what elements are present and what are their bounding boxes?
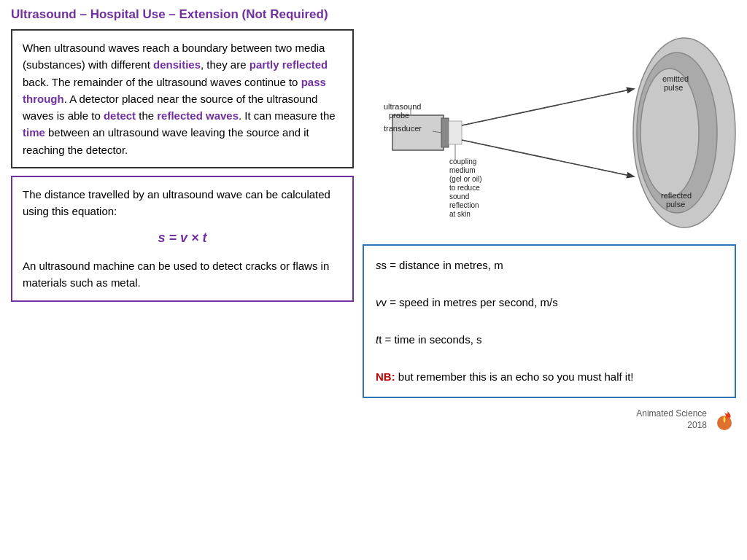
para1-end: between an ultrasound wave leaving the s… xyxy=(23,126,309,155)
para1-after: , they are xyxy=(201,58,249,71)
svg-line-8 xyxy=(462,89,633,125)
svg-rect-5 xyxy=(449,121,462,144)
svg-rect-3 xyxy=(392,115,444,150)
reflected-waves-highlight: reflected waves xyxy=(157,109,239,122)
page-title: Ultrasound – Hospital Use – Extension (N… xyxy=(11,7,736,22)
svg-text:reflected: reflected xyxy=(661,191,692,200)
formula: s = v × t xyxy=(23,228,342,249)
time-highlight: time xyxy=(23,126,45,139)
title-part2: Hospital Use xyxy=(90,7,166,21)
svg-text:coupling: coupling xyxy=(449,158,476,166)
svg-text:probe: probe xyxy=(389,111,409,120)
main-text-box: When ultrasound waves reach a boundary b… xyxy=(11,29,354,168)
nb-statement: NB: but remember this is an echo so you … xyxy=(376,368,723,386)
svg-line-9 xyxy=(462,140,633,176)
partly-reflected-highlight: partly reflected xyxy=(249,58,328,71)
nb-text: but remember this is an echo so you must… xyxy=(395,370,634,383)
title-dash2: – xyxy=(166,7,179,21)
brand-area: Animated Science 2018 xyxy=(363,408,736,432)
formula-definition-box: ss = distance in metres, m vv = speed in… xyxy=(363,244,736,398)
brand-icon xyxy=(713,408,736,432)
v-def-text: v = speed in metres per second, m/s xyxy=(382,296,558,308)
svg-text:emitted: emitted xyxy=(662,74,689,83)
right-column: ultrasound probe transducer coupling med… xyxy=(363,29,736,432)
lower-left-line1: The distance travelled by an ultrasound … xyxy=(23,188,330,217)
svg-text:pulse: pulse xyxy=(666,200,685,209)
brand-text: Animated Science 2018 xyxy=(636,408,707,431)
svg-text:(gel or oil): (gel or oil) xyxy=(449,175,481,183)
nb-label: NB: xyxy=(376,370,395,383)
t-def-text: t = time in seconds, s xyxy=(379,333,481,346)
s-def-text: s = distance in metres, m xyxy=(382,259,503,271)
detect-highlight: detect xyxy=(104,109,136,122)
svg-text:to reduce: to reduce xyxy=(449,184,480,192)
title-part1: Ultrasound xyxy=(11,7,77,21)
svg-text:reflection: reflection xyxy=(449,201,479,209)
svg-text:medium: medium xyxy=(449,166,476,174)
left-column: When ultrasound waves reach a boundary b… xyxy=(11,29,354,302)
svg-text:at skin: at skin xyxy=(449,210,471,218)
svg-text:transducer: transducer xyxy=(384,124,422,133)
lower-left-line2: An ultrasound machine can be used to det… xyxy=(23,260,329,289)
para1-cont4: . It can measure the xyxy=(239,109,336,122)
t-definition: tt = time in seconds, s xyxy=(376,330,723,349)
title-dash1: – xyxy=(77,7,90,21)
densities-highlight: densities xyxy=(153,58,201,71)
title-part3: Extension (Not Required) xyxy=(179,7,328,21)
para1-cont3: the xyxy=(136,109,157,122)
svg-rect-4 xyxy=(441,118,449,147)
svg-text:sound: sound xyxy=(449,192,469,201)
svg-text:pulse: pulse xyxy=(664,83,683,92)
s-definition: ss = distance in metres, m xyxy=(376,256,723,275)
svg-text:ultrasound: ultrasound xyxy=(384,102,421,111)
main-layout: When ultrasound waves reach a boundary b… xyxy=(11,29,736,432)
v-definition: vv = speed in metres per second, m/s xyxy=(376,293,723,312)
diagram-area: ultrasound probe transducer coupling med… xyxy=(363,29,736,237)
equation-box: The distance travelled by an ultrasound … xyxy=(11,176,354,302)
para1-cont: back. The remainder of the ultrasound wa… xyxy=(23,76,301,88)
ultrasound-diagram: ultrasound probe transducer coupling med… xyxy=(363,29,736,237)
